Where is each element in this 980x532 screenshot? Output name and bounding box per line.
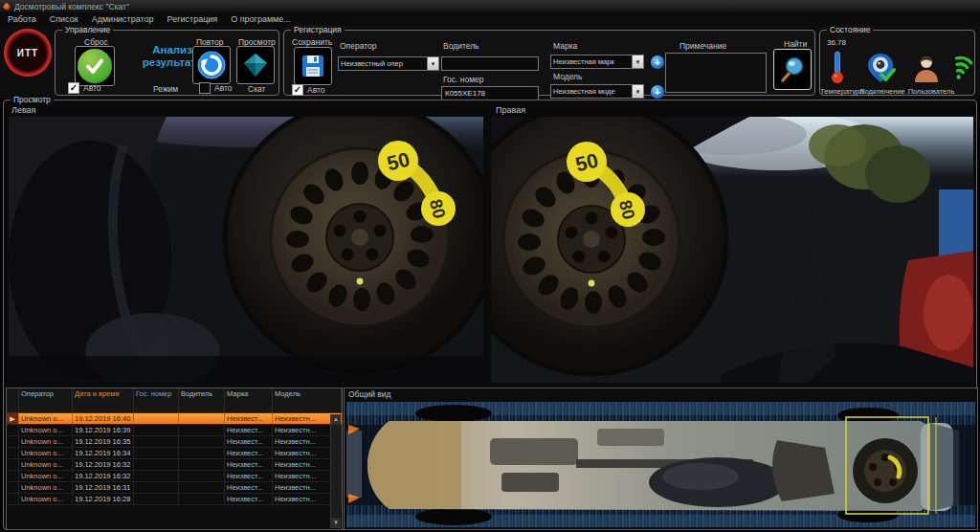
header-indicator-cell — [7, 388, 19, 412]
driver-field[interactable] — [441, 56, 539, 71]
table-row[interactable]: Unknown o...19.12.2019 16:32Неизвест...Н… — [7, 471, 342, 482]
row-indicator — [7, 425, 19, 435]
left-camera-view[interactable]: 50 80 — [9, 117, 483, 383]
registration-group: Регистрация Сохранить ✓ Авто Оператор Не… — [283, 30, 815, 96]
auto-right-checkbox[interactable] — [199, 82, 211, 94]
add-model-button[interactable]: + — [651, 85, 664, 99]
temperature-label: Температура — [820, 87, 862, 96]
auto-left-checkbox[interactable]: ✓ — [68, 82, 79, 94]
operator-combo[interactable]: Неизвестный опер ▼ — [338, 56, 439, 71]
table-row[interactable]: Unknown o...19.12.2019 16:39Неизвест...Н… — [7, 425, 342, 436]
auto-right-option[interactable]: Авто — [199, 82, 233, 94]
table-cell — [134, 459, 179, 470]
overall-view-panel: Общий вид — [344, 388, 978, 530]
table-cell — [134, 471, 179, 481]
table-cell: Неизвест... — [225, 425, 273, 435]
brand-combo[interactable]: Неизвестная марк ▼ — [550, 55, 644, 69]
add-brand-button[interactable]: + — [651, 55, 664, 69]
note-field[interactable] — [665, 53, 767, 93]
repeat-button[interactable] — [192, 46, 231, 84]
table-cell — [134, 413, 179, 424]
itt-logo: ИТТ — [4, 29, 52, 77]
menu-item-registration[interactable]: Регистрация — [167, 14, 218, 24]
row-indicator — [7, 494, 19, 504]
column-header[interactable]: Модель — [273, 388, 342, 412]
brand-combo-arrow-icon[interactable]: ▼ — [632, 55, 643, 68]
skat-label: Скат — [248, 84, 265, 94]
brand-value: Неизвестная марк — [551, 55, 632, 68]
model-combo-arrow-icon[interactable]: ▼ — [632, 85, 643, 98]
table-cell: 19.12.2019 16:28 — [73, 494, 134, 504]
column-header[interactable]: Водитель — [179, 388, 225, 412]
find-label: Найти — [784, 39, 807, 49]
auto-left-label: Авто — [83, 83, 101, 93]
note-label: Примечание — [679, 41, 726, 51]
brand-label: Марка — [553, 41, 577, 51]
table-cell — [134, 494, 179, 504]
menu-item-work[interactable]: Работа — [8, 14, 36, 24]
auto-left-option[interactable]: ✓ Авто — [68, 82, 101, 94]
table-row[interactable]: Unknown o...19.12.2019 16:34Неизвест...Н… — [7, 448, 342, 459]
column-header[interactable]: Гос. номер — [134, 388, 179, 412]
scroll-down-icon[interactable]: ▼ — [331, 518, 341, 528]
connection-icon — [865, 52, 896, 88]
driver-label: Водитель — [443, 41, 479, 51]
model-label: Модель — [553, 72, 583, 81]
column-header[interactable]: Марка — [225, 388, 273, 412]
model-combo[interactable]: Неизвестная моде ▼ — [550, 84, 644, 99]
status-group-label: Состояние — [827, 25, 873, 34]
right-camera-view[interactable]: 50 80 — [491, 117, 973, 383]
table-header-row: ОператорДата и времяГос. номерВодительМа… — [7, 388, 342, 413]
row-indicator: ▶ — [7, 413, 19, 424]
overall-view-image[interactable] — [346, 402, 975, 527]
table-cell: Unknown o... — [19, 494, 73, 504]
save-button[interactable] — [294, 47, 332, 85]
operator-label: Оператор — [340, 41, 376, 51]
table-cell — [134, 425, 179, 435]
table-cell: Неизвест... — [225, 436, 273, 447]
row-indicator — [7, 436, 19, 447]
view-group-label: Просмотр — [11, 95, 54, 104]
scroll-up-icon[interactable]: ▲ — [331, 414, 341, 425]
table-cell — [179, 482, 225, 493]
table-cell — [179, 459, 225, 470]
auto-save-option[interactable]: ✓ Авто — [292, 84, 325, 96]
find-button[interactable] — [773, 49, 812, 90]
preview-button[interactable] — [236, 46, 275, 84]
user-label: Пользователь — [906, 87, 956, 96]
table-cell: Unknown o... — [19, 471, 73, 481]
row-indicator — [7, 471, 19, 481]
table-cell: Unknown o... — [19, 482, 73, 493]
table-cell — [179, 436, 225, 447]
table-row[interactable]: Unknown o...19.12.2019 16:28Неизвест...Н… — [7, 494, 342, 505]
row-indicator — [7, 448, 19, 458]
table-cell: 19.12.2019 16:32 — [73, 471, 134, 481]
reset-button[interactable] — [75, 46, 115, 86]
view-group: Просмотр Левая Правая — [3, 100, 977, 530]
registration-group-label: Регистрация — [291, 25, 345, 34]
operator-combo-arrow-icon[interactable]: ▼ — [427, 57, 438, 70]
table-cell: Неизвест... — [225, 413, 273, 424]
table-row[interactable]: Unknown o...19.12.2019 16:35Неизвест...Н… — [7, 436, 342, 448]
mode-label: Режим — [153, 84, 178, 94]
column-header[interactable]: Дата и время — [73, 388, 134, 412]
left-wheel-image: 50 80 — [9, 117, 483, 383]
left-camera-label: Левая — [11, 105, 35, 115]
menu-item-administrator[interactable]: Администратор — [92, 14, 154, 24]
diamond-icon — [241, 51, 270, 79]
table-cell — [179, 471, 225, 481]
plate-field[interactable]: К055ХЕ178 — [441, 86, 539, 100]
undercarriage-scan-image — [346, 402, 975, 527]
table-row[interactable]: Unknown o...19.12.2019 16:32Неизвест...Н… — [7, 459, 342, 471]
auto-save-checkbox[interactable]: ✓ — [292, 84, 303, 96]
table-scrollbar[interactable]: ▲ ▼ — [330, 414, 341, 528]
window-title: Досмотровый комплекс "Скат" — [14, 2, 129, 11]
table-row[interactable]: ▶Unknown o...19.12.2019 16:40Неизвест...… — [7, 413, 342, 425]
column-header[interactable]: Оператор — [19, 388, 73, 412]
table-row[interactable]: Unknown o...19.12.2019 16:31Неизвест...Н… — [7, 482, 342, 494]
auto-save-label: Авто — [307, 85, 325, 95]
menu-item-about[interactable]: О программе... — [231, 14, 291, 24]
table-cell: 19.12.2019 16:39 — [73, 425, 134, 435]
table-cell: 19.12.2019 16:40 — [73, 413, 134, 424]
menu-item-list[interactable]: Список — [50, 14, 78, 24]
